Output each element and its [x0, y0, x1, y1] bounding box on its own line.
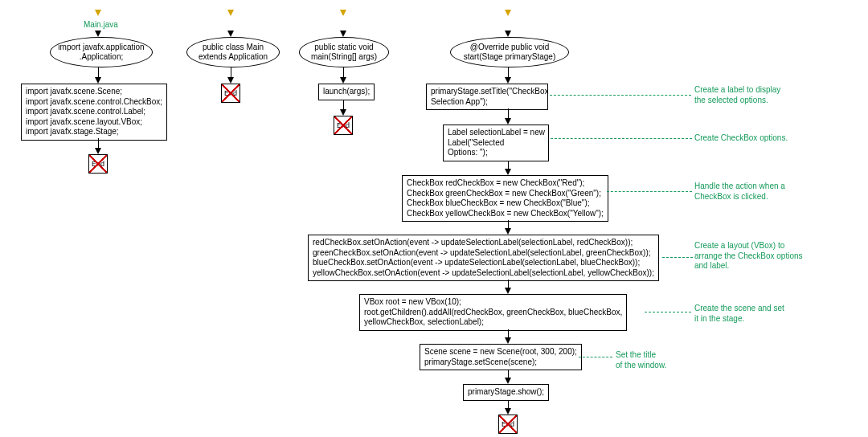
arrow-down-icon — [505, 378, 511, 384]
flow4-show: primaryStage.show(); — [463, 384, 549, 401]
annotation-connector — [550, 95, 691, 96]
flow3-launch: launch(args); — [318, 84, 375, 100]
flow1-title: Main.java — [84, 20, 118, 31]
connector — [508, 220, 509, 228]
arrow-down-icon — [505, 77, 511, 84]
connector — [231, 67, 231, 77]
arrow-down-icon — [340, 109, 346, 116]
connector — [343, 100, 344, 109]
annotation-2: Create CheckBox options. — [694, 133, 788, 144]
end-node: End — [498, 415, 518, 434]
arrow-down-icon — [227, 31, 234, 37]
arrow-down-icon — [227, 77, 234, 84]
annotation-6: Set the title of the window. — [616, 350, 666, 370]
arrow-down-icon — [505, 408, 511, 415]
flow3-main-method: public static void main(String[] args) — [299, 37, 389, 67]
connector — [508, 67, 509, 77]
flow4-setonaction: redCheckBox.setOnAction(event -> updateS… — [308, 235, 659, 281]
flow4-checkboxes: CheckBox redCheckBox = new CheckBox("Red… — [402, 175, 608, 222]
flow1-import-app-text: import javafx.application .Application; — [57, 43, 145, 62]
connector — [98, 138, 99, 148]
end-label: End — [337, 121, 350, 129]
entry-arrow-icon — [340, 10, 346, 16]
flow1-import-app: import javafx.application .Application; — [50, 37, 153, 67]
flow1-imports-block: import javafx.scene.Scene; import javafx… — [21, 84, 167, 141]
arrow-down-icon — [340, 77, 346, 84]
entry-arrow-icon — [227, 10, 234, 16]
annotation-1: Create a label to display the selected o… — [694, 85, 780, 105]
arrow-down-icon — [340, 31, 346, 37]
connector — [508, 280, 509, 288]
end-label: End — [224, 89, 237, 97]
annotation-3: Handle the action when a CheckBox is cli… — [694, 182, 785, 202]
connector — [343, 67, 344, 77]
connector — [508, 108, 509, 118]
arrow-down-icon — [505, 288, 511, 294]
connector — [98, 67, 99, 77]
flow2-class-main: public class Main extends Application — [186, 37, 280, 67]
flow4-start-method: @Override public void start(Stage primar… — [450, 37, 569, 67]
end-node: End — [334, 116, 353, 135]
flow3-main-method-text: public static void main(String[] args) — [306, 43, 382, 62]
annotation-connector — [551, 138, 692, 139]
arrow-down-icon — [95, 31, 101, 37]
connector — [508, 400, 509, 408]
flow4-settitle: primaryStage.setTitle("CheckBox Selectio… — [426, 84, 548, 110]
arrow-down-icon — [505, 169, 511, 175]
connector — [508, 370, 509, 378]
end-node: End — [88, 154, 108, 174]
arrow-down-icon — [505, 228, 511, 235]
arrow-down-icon — [95, 77, 101, 84]
end-node: End — [221, 84, 240, 103]
arrow-down-icon — [505, 118, 511, 125]
annotation-5: Create the scene and set it in the stage… — [694, 304, 784, 324]
arrow-down-icon — [505, 31, 511, 37]
end-label: End — [92, 160, 104, 168]
entry-arrow-icon — [505, 10, 511, 16]
arrow-down-icon — [95, 148, 101, 154]
annotation-4: Create a layout (VBox) to arrange the Ch… — [694, 241, 803, 272]
connector — [508, 161, 509, 169]
annotation-connector — [607, 191, 692, 192]
flow4-start-method-text: @Override public void start(Stage primar… — [457, 43, 562, 62]
annotation-connector — [662, 257, 693, 258]
connector — [508, 329, 509, 337]
flow4-label-new: Label selectionLabel = new Label("Select… — [443, 125, 549, 161]
end-label: End — [502, 420, 514, 428]
flow2-class-main-text: public class Main extends Application — [194, 43, 272, 62]
annotation-connector — [645, 312, 691, 312]
arrow-down-icon — [505, 337, 511, 344]
entry-arrow-icon — [95, 10, 101, 16]
flow4-vbox-root: VBox root = new VBox(10); root.getChildr… — [359, 294, 627, 331]
flow4-scene: Scene scene = new Scene(root, 300, 200);… — [420, 344, 582, 370]
annotation-connector — [579, 357, 612, 357]
